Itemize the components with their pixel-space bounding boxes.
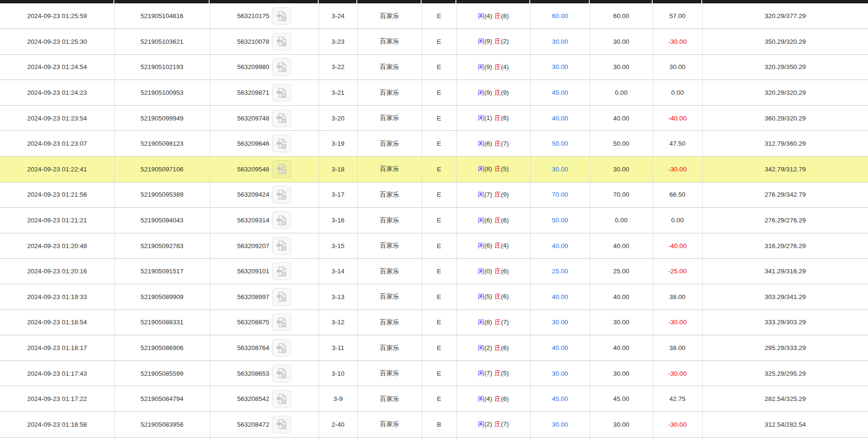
bet-time: 2024-09-23 01:21:56 — [0, 182, 114, 208]
balance-before-after: 316.29/276.29 — [702, 233, 868, 259]
table-row[interactable]: 2024-09-23 01:24:23 521905100953 5632098… — [0, 80, 868, 106]
header-segment — [590, 0, 653, 3]
video-replay-button[interactable] — [272, 84, 291, 101]
table-row[interactable]: 2024-09-23 01:17:22 521905084794 5632085… — [0, 386, 868, 412]
game-serial-cell: 563208653 — [210, 360, 319, 386]
table-code: E — [422, 208, 456, 233]
balance-before-after: 295.29/333.29 — [702, 335, 868, 361]
balance-before-after: 360.29/320.29 — [702, 105, 868, 131]
game-result: 闲(9)庄(9) — [456, 80, 530, 106]
bet-id: 521905104816 — [114, 3, 210, 29]
table-row[interactable]: 2024-09-23 01:21:21 521905094043 5632093… — [0, 208, 868, 233]
table-row[interactable]: 2024-09-23 01:18:17 521905086906 5632087… — [0, 335, 868, 361]
win-loss: -40.00 — [653, 233, 702, 259]
bet-amount: 25.00 — [530, 259, 590, 284]
banker-points: (7) — [501, 420, 509, 428]
video-replay-icon — [276, 291, 287, 302]
bet-amount: 50.00 — [530, 208, 590, 233]
player-label: 闲 — [478, 395, 484, 402]
balance-before-after: 350.29/320.29 — [702, 29, 868, 55]
table-shoe-round: 3-15 — [319, 233, 357, 259]
bet-id: 521905095389 — [114, 182, 210, 208]
bet-amount: 40.00 — [530, 233, 590, 259]
video-replay-button[interactable] — [272, 110, 291, 127]
video-replay-button[interactable] — [272, 365, 291, 382]
win-loss: 38.00 — [653, 335, 702, 361]
header-segment — [653, 0, 702, 3]
win-loss: -40.00 — [653, 105, 702, 131]
bet-id: 521905089909 — [114, 284, 210, 310]
game-serial: 563209646 — [237, 140, 270, 147]
bet-records-table: 2024-09-23 01:25:59 521905104816 5632101… — [0, 3, 868, 440]
bet-time: 2024-09-23 01:16:58 — [0, 412, 114, 438]
player-label: 闲 — [478, 242, 484, 249]
partial-row — [0, 437, 868, 440]
video-replay-button[interactable] — [272, 339, 291, 357]
video-replay-button[interactable] — [272, 160, 291, 178]
game-serial: 563209548 — [237, 166, 270, 173]
player-points: (2) — [484, 344, 493, 351]
table-row[interactable]: 2024-09-23 01:17:43 521905085599 5632086… — [0, 360, 868, 386]
header-segment — [0, 0, 114, 3]
game-serial: 563208997 — [237, 293, 270, 300]
banker-points: (8) — [501, 12, 509, 20]
bet-id: 521905094043 — [114, 208, 210, 233]
video-replay-button[interactable] — [272, 313, 291, 331]
game-serial: 563209871 — [237, 89, 270, 96]
table-row[interactable]: 2024-09-23 01:23:54 521905099949 5632097… — [0, 105, 868, 131]
video-replay-button[interactable] — [272, 211, 291, 229]
table-row[interactable]: 2024-09-23 01:23:07 521905098123 5632096… — [0, 131, 868, 157]
video-replay-icon — [276, 266, 287, 277]
game-result: 闲(8)庄(5) — [456, 157, 530, 182]
table-shoe-round: 3-12 — [319, 310, 357, 335]
table-row[interactable]: 2024-09-23 01:20:48 521905092783 5632092… — [0, 233, 868, 259]
game-serial: 563209207 — [237, 242, 270, 250]
player-label: 闲 — [478, 140, 484, 147]
game-serial: 563210078 — [237, 38, 270, 45]
banker-label: 庄 — [495, 217, 501, 224]
banker-points: (4) — [501, 63, 509, 70]
banker-label: 庄 — [495, 114, 501, 121]
header-segment — [456, 0, 530, 3]
video-replay-button[interactable] — [272, 262, 291, 280]
table-row[interactable]: 2024-09-23 01:21:56 521905095389 5632094… — [0, 182, 868, 208]
table-row[interactable]: 2024-09-23 01:25:30 521905103621 5632100… — [0, 29, 868, 55]
video-replay-button[interactable] — [272, 58, 291, 76]
table-row[interactable]: 2024-09-23 01:16:58 521905083956 5632084… — [0, 412, 868, 438]
video-replay-button[interactable] — [272, 7, 291, 25]
balance-before-after: 333.29/303.29 — [702, 310, 868, 335]
video-replay-button[interactable] — [272, 33, 291, 50]
table-row[interactable]: 2024-09-23 01:25:59 521905104816 5632101… — [0, 3, 868, 29]
game-type: 百家乐 — [357, 131, 422, 157]
video-replay-button[interactable] — [272, 237, 291, 255]
banker-label: 庄 — [495, 268, 501, 275]
balance-before-after: 341.29/316.29 — [702, 259, 868, 284]
table-code: E — [422, 182, 456, 208]
header-segment — [530, 0, 590, 3]
table-code: E — [422, 131, 456, 157]
game-type: 百家乐 — [357, 386, 422, 412]
video-replay-icon — [276, 215, 287, 226]
player-label: 闲 — [478, 319, 484, 326]
video-replay-button[interactable] — [272, 416, 291, 433]
banker-points: (9) — [501, 191, 509, 198]
video-replay-button[interactable] — [272, 390, 291, 408]
table-code: E — [422, 233, 456, 259]
table-code: E — [422, 284, 456, 310]
video-replay-button[interactable] — [272, 186, 291, 203]
valid-amount: 40.00 — [590, 233, 653, 259]
bet-time: 2024-09-23 01:24:54 — [0, 54, 114, 80]
win-loss: -25.00 — [653, 259, 702, 284]
video-replay-icon — [276, 10, 287, 22]
table-row[interactable]: 2024-09-23 01:19:33 521905089909 5632089… — [0, 284, 868, 310]
table-row[interactable]: 2024-09-23 01:20:16 521905091517 5632091… — [0, 259, 868, 284]
bet-time: 2024-09-23 01:21:21 — [0, 208, 114, 233]
bet-time: 2024-09-23 01:24:23 — [0, 80, 114, 106]
table-row[interactable]: 2024-09-23 01:22:41 521905097106 5632095… — [0, 157, 868, 182]
table-row[interactable]: 2024-09-23 01:18:54 521905088331 5632088… — [0, 310, 868, 335]
bet-amount: 40.00 — [530, 335, 590, 361]
table-row[interactable]: 2024-09-23 01:24:54 521905102193 5632099… — [0, 54, 868, 80]
video-replay-button[interactable] — [272, 135, 291, 152]
banker-points: (6) — [501, 344, 509, 351]
video-replay-button[interactable] — [272, 288, 291, 306]
